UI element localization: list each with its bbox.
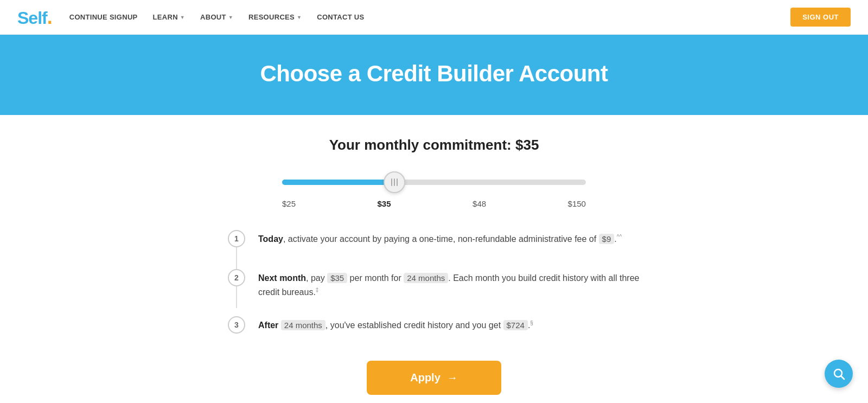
steps-list: 1 Today, activate your account by paying… xyxy=(228,230,640,350)
step-3-number: 3 xyxy=(228,316,245,334)
nav-contact-us[interactable]: CONTACT US xyxy=(317,13,364,21)
apply-button[interactable]: Apply → xyxy=(367,361,501,395)
step-3-months: 24 months xyxy=(281,320,326,330)
step-2-amount: $35 xyxy=(327,273,347,283)
step-3-left: 3 xyxy=(228,316,245,334)
step-2-months: 24 months xyxy=(404,273,448,283)
nav-resources[interactable]: RESOURCES ▼ xyxy=(248,13,302,21)
nav-continue-signup[interactable]: CONTINUE SIGNUP xyxy=(69,13,138,21)
chevron-down-icon: ▼ xyxy=(228,15,233,20)
commitment-title: Your monthly commitment: $35 xyxy=(212,137,656,153)
step-1-content: Today, activate your account by paying a… xyxy=(258,230,622,264)
slider-labels: $25 $35 $48 $150 xyxy=(282,199,586,208)
chevron-down-icon: ▼ xyxy=(180,15,185,20)
step-1-line xyxy=(236,247,237,269)
slider-label-48[interactable]: $48 xyxy=(473,199,486,208)
step-2-bold: Next month xyxy=(258,273,306,283)
step-1-fee: $9 xyxy=(599,234,615,244)
step-1-left: 1 xyxy=(228,230,245,269)
step-2-line xyxy=(236,286,237,308)
step-2: 2 Next month, pay $35 per month for 24 m… xyxy=(228,269,640,316)
slider-label-35[interactable]: $35 xyxy=(378,199,391,208)
slider-fill xyxy=(282,180,394,185)
step-1: 1 Today, activate your account by paying… xyxy=(228,230,640,269)
help-search-button[interactable] xyxy=(825,360,853,388)
monthly-slider-section: $25 $35 $48 $150 xyxy=(212,171,656,208)
sign-out-button[interactable]: SIGN OUT xyxy=(790,8,851,27)
nav-learn[interactable]: LEARN ▼ xyxy=(153,13,186,21)
slider-thumb[interactable] xyxy=(384,171,405,193)
step-3-payout: $724 xyxy=(503,320,528,330)
step-3-content: After 24 months, you've established cred… xyxy=(258,316,533,350)
logo-text: Self xyxy=(17,8,47,28)
step-2-number: 2 xyxy=(228,269,245,286)
chevron-down-icon: ▼ xyxy=(297,15,302,20)
step-1-bold: Today xyxy=(258,234,283,244)
navigation: Self. CONTINUE SIGNUP LEARN ▼ ABOUT ▼ RE… xyxy=(0,0,868,35)
apply-label: Apply xyxy=(410,372,441,384)
step-2-left: 2 xyxy=(228,269,245,308)
nav-links: CONTINUE SIGNUP LEARN ▼ ABOUT ▼ RESOURCE… xyxy=(69,13,790,21)
slider-label-150[interactable]: $150 xyxy=(568,199,586,208)
slider-thumb-grip xyxy=(391,178,398,186)
hero-banner: Choose a Credit Builder Account xyxy=(0,35,868,115)
main-content: Your monthly commitment: $35 $25 $35 $48… xyxy=(201,115,667,403)
step-1-number: 1 xyxy=(228,230,245,247)
nav-about[interactable]: ABOUT ▼ xyxy=(200,13,233,21)
step-3: 3 After 24 months, you've established cr… xyxy=(228,316,640,350)
slider-label-25[interactable]: $25 xyxy=(282,199,296,208)
page-title: Choose a Credit Builder Account xyxy=(11,61,857,87)
logo[interactable]: Self. xyxy=(17,6,52,29)
step-3-bold: After xyxy=(258,321,278,330)
step-2-content: Next month, pay $35 per month for 24 mon… xyxy=(258,269,640,316)
slider-track xyxy=(282,180,586,185)
slider-wrapper xyxy=(282,171,586,194)
apply-section: Apply → xyxy=(212,361,656,395)
apply-arrow: → xyxy=(447,372,458,384)
svg-line-1 xyxy=(841,376,845,380)
